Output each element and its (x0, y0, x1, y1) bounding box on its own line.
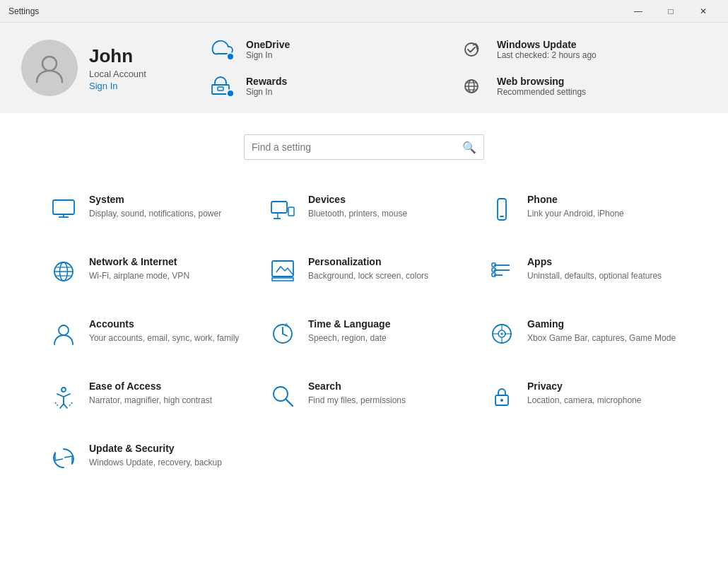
search-settings-icon (269, 382, 297, 410)
svg-line-45 (286, 400, 293, 406)
web-browsing-service[interactable]: Web browsing Recommended settings (456, 74, 707, 99)
close-button[interactable]: ✕ (687, 0, 720, 23)
settings-title-5: Apps (527, 256, 662, 267)
settings-text-11: Privacy Location, camera, microphone (527, 380, 641, 407)
settings-desc-7: Speech, region, date (308, 332, 390, 344)
onedrive-sub: Sign In (246, 50, 290, 60)
search-container: 🔍 (0, 113, 728, 174)
settings-text-12: Update & Security Windows Update, recove… (89, 443, 222, 469)
settings-item-network-icon[interactable]: Network & Internet Wi-Fi, airplane mode,… (42, 243, 247, 298)
privacy-icon (488, 382, 516, 410)
title-bar: Settings — □ ✕ (0, 0, 728, 23)
settings-title-1: Devices (308, 194, 407, 205)
windows-update-name: Windows Update (497, 39, 597, 50)
settings-item-time-icon[interactable]: A Time & Language Speech, region, date (262, 306, 466, 361)
network-icon (49, 257, 78, 286)
settings-desc-9: Narrator, magnifier, high contrast (89, 395, 212, 407)
avatar (21, 40, 78, 96)
web-browsing-name: Web browsing (497, 76, 586, 87)
settings-item-search-settings-icon[interactable]: Search Find my files, permissions (262, 368, 466, 423)
services-col-2: Windows Update Last checked: 2 hours ago (456, 37, 707, 99)
svg-rect-27 (492, 263, 495, 267)
settings-text-5: Apps Uninstall, defaults, optional featu… (527, 256, 662, 282)
settings-text-2: Phone Link your Android, iPhone (527, 194, 624, 220)
onedrive-text: OneDrive Sign In (246, 39, 290, 60)
settings-item-ease-of-access-icon[interactable]: Ease of Access Narrator, magnifier, high… (42, 368, 247, 423)
settings-item-system-icon[interactable]: System Display, sound, notifications, po… (42, 181, 247, 236)
app-title: Settings (8, 6, 39, 16)
accounts-icon (49, 320, 78, 348)
search-input[interactable] (252, 141, 462, 153)
phone-icon (488, 195, 516, 223)
windows-update-service[interactable]: Windows Update Last checked: 2 hours ago (456, 37, 707, 62)
settings-text-7: Time & Language Speech, region, date (308, 318, 390, 344)
svg-text:A: A (285, 322, 288, 327)
settings-title-3: Network & Internet (89, 256, 189, 267)
settings-title-0: System (89, 194, 221, 205)
settings-desc-6: Your accounts, email, sync, work, family (89, 332, 239, 344)
settings-desc-12: Windows Update, recovery, backup (89, 457, 222, 469)
update-security-icon (49, 444, 78, 472)
settings-title-11: Privacy (527, 380, 641, 392)
settings-title-8: Gaming (527, 318, 676, 330)
windows-update-sub: Last checked: 2 hours ago (497, 50, 597, 60)
settings-text-6: Accounts Your accounts, email, sync, wor… (89, 318, 239, 344)
profile-section: John Local Account Sign In (21, 40, 177, 96)
settings-desc-4: Background, lock screen, colors (308, 270, 428, 282)
rewards-service[interactable]: Rewards Sign In (205, 74, 456, 99)
settings-item-accounts-icon[interactable]: Accounts Your accounts, email, sync, wor… (42, 306, 247, 361)
settings-item-devices-icon[interactable]: Devices Bluetooth, printers, mouse (262, 181, 466, 236)
web-browsing-sub: Recommended settings (497, 87, 586, 97)
settings-item-update-security-icon[interactable]: Update & Security Windows Update, recove… (42, 430, 247, 485)
rewards-text: Rewards Sign In (246, 76, 287, 97)
windows-update-icon (456, 37, 487, 62)
maximize-button[interactable]: □ (654, 0, 687, 23)
svg-point-42 (61, 388, 66, 392)
profile-account-type: Local Account (89, 69, 146, 79)
settings-title-6: Accounts (89, 318, 239, 330)
settings-title-9: Ease of Access (89, 380, 212, 392)
settings-item-phone-icon[interactable]: Phone Link your Android, iPhone (481, 181, 686, 236)
svg-point-30 (59, 325, 69, 335)
rewards-name: Rewards (246, 76, 287, 87)
search-box[interactable]: 🔍 (244, 134, 484, 160)
settings-text-10: Search Find my files, permissions (308, 380, 406, 407)
rewards-sub: Sign In (246, 87, 287, 97)
svg-line-33 (283, 334, 287, 336)
rewards-icon (205, 74, 236, 99)
windows-update-text: Windows Update Last checked: 2 hours ago (497, 39, 597, 60)
settings-text-0: System Display, sound, notifications, po… (89, 194, 221, 220)
settings-item-apps-icon[interactable]: Apps Uninstall, defaults, optional featu… (481, 243, 686, 298)
settings-item-gaming-icon[interactable]: Gaming Xbox Game Bar, captures, Game Mod… (481, 306, 686, 361)
time-icon: A (269, 320, 297, 348)
settings-desc-1: Bluetooth, printers, mouse (308, 208, 407, 220)
settings-text-3: Network & Internet Wi-Fi, airplane mode,… (89, 256, 189, 282)
minimize-button[interactable]: — (622, 0, 654, 23)
web-browsing-text: Web browsing Recommended settings (497, 76, 586, 97)
settings-desc-2: Link your Android, iPhone (527, 208, 624, 220)
profile-name: John (89, 45, 146, 67)
svg-rect-2 (218, 87, 223, 91)
svg-rect-12 (271, 202, 287, 213)
svg-point-0 (42, 57, 57, 71)
settings-grid: System Display, sound, notifications, po… (0, 174, 728, 492)
profile-signin-link[interactable]: Sign In (89, 81, 146, 91)
devices-icon (269, 195, 297, 223)
apps-icon (488, 257, 516, 286)
settings-desc-10: Find my files, permissions (308, 395, 406, 407)
rewards-dot (226, 89, 235, 98)
services-col-1: OneDrive Sign In Rewards Sign In (205, 37, 456, 99)
settings-item-personalization-icon[interactable]: Personalization Background, lock screen,… (262, 243, 466, 298)
ease-of-access-icon (49, 382, 78, 410)
settings-desc-11: Location, camera, microphone (527, 395, 641, 407)
personalization-icon (269, 257, 297, 286)
settings-text-1: Devices Bluetooth, printers, mouse (308, 194, 407, 220)
onedrive-service[interactable]: OneDrive Sign In (205, 37, 456, 62)
profile-info: John Local Account Sign In (89, 45, 146, 91)
settings-desc-0: Display, sound, notifications, power (89, 208, 221, 220)
header-section: John Local Account Sign In OneDrive Sign… (0, 23, 728, 113)
search-icon: 🔍 (462, 141, 476, 154)
svg-point-47 (500, 399, 503, 402)
settings-item-privacy-icon[interactable]: Privacy Location, camera, microphone (481, 368, 686, 423)
settings-desc-8: Xbox Game Bar, captures, Game Mode (527, 332, 676, 344)
